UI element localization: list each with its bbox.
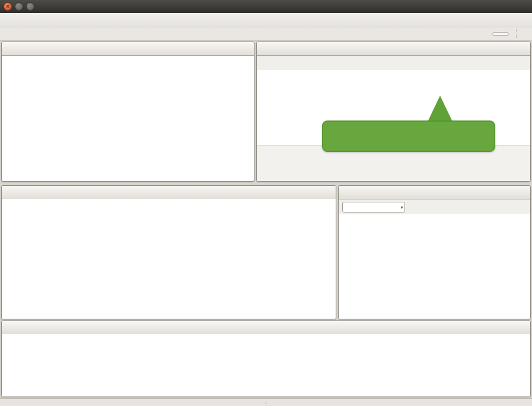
disassembly-listing: [339, 214, 530, 319]
debug-view-panel: [1, 42, 254, 182]
disassembly-panel: ▾: [338, 185, 531, 319]
disassembly-toolbar: ▾: [339, 199, 530, 215]
combo-dropdown-icon[interactable]: ▾: [399, 205, 404, 210]
breakpoints-toolbar: [257, 56, 530, 69]
maximize-button[interactable]: [26, 2, 34, 11]
editor-panel: [1, 185, 336, 319]
console-panel: [1, 321, 531, 397]
callout-pointer: [428, 96, 453, 122]
debug-tree: [2, 56, 254, 58]
close-button[interactable]: ✕: [4, 2, 12, 11]
location-input[interactable]: ▾: [342, 202, 405, 212]
status-bar: ⁞: [0, 398, 532, 406]
quick-access-button[interactable]: [492, 32, 509, 36]
main-toolbar: [0, 13, 532, 27]
minimize-button[interactable]: [15, 2, 23, 11]
secondary-toolbar: [0, 27, 532, 41]
sash-drag-handle[interactable]: ⁞: [265, 400, 267, 405]
code-editor[interactable]: [2, 199, 336, 319]
window-titlebar: ✕: [0, 0, 532, 13]
console-description: [2, 334, 530, 336]
breakpoints-view-panel: [256, 42, 531, 182]
